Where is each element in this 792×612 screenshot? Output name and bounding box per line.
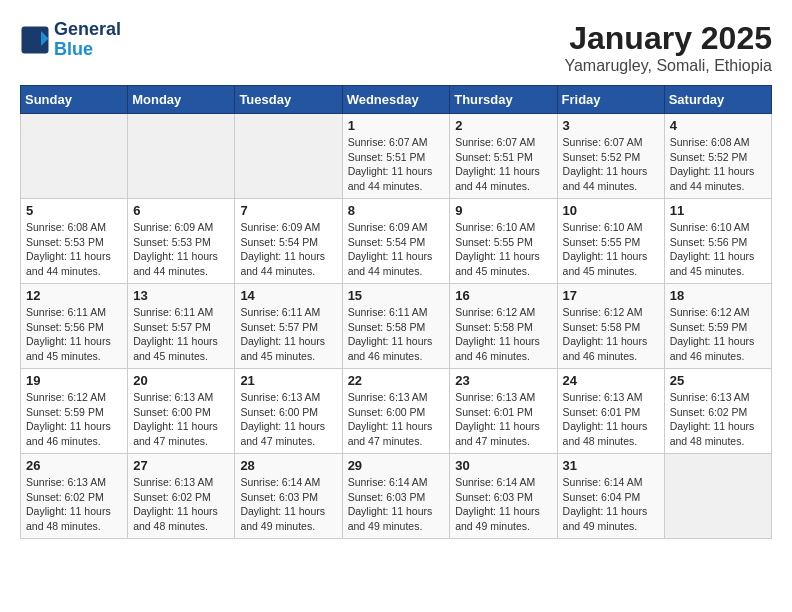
day-info: Sunrise: 6:14 AM Sunset: 6:04 PM Dayligh… xyxy=(563,475,659,534)
day-number: 1 xyxy=(348,118,445,133)
day-info: Sunrise: 6:13 AM Sunset: 6:00 PM Dayligh… xyxy=(240,390,336,449)
day-info: Sunrise: 6:11 AM Sunset: 5:56 PM Dayligh… xyxy=(26,305,122,364)
day-number: 15 xyxy=(348,288,445,303)
calendar-cell: 25Sunrise: 6:13 AM Sunset: 6:02 PM Dayli… xyxy=(664,369,771,454)
day-info: Sunrise: 6:13 AM Sunset: 6:02 PM Dayligh… xyxy=(670,390,766,449)
day-number: 12 xyxy=(26,288,122,303)
calendar-cell: 28Sunrise: 6:14 AM Sunset: 6:03 PM Dayli… xyxy=(235,454,342,539)
day-number: 21 xyxy=(240,373,336,388)
day-number: 29 xyxy=(348,458,445,473)
calendar-week-row: 5Sunrise: 6:08 AM Sunset: 5:53 PM Daylig… xyxy=(21,199,772,284)
day-info: Sunrise: 6:12 AM Sunset: 5:59 PM Dayligh… xyxy=(26,390,122,449)
calendar-cell: 30Sunrise: 6:14 AM Sunset: 6:03 PM Dayli… xyxy=(450,454,557,539)
calendar-cell: 27Sunrise: 6:13 AM Sunset: 6:02 PM Dayli… xyxy=(128,454,235,539)
day-info: Sunrise: 6:09 AM Sunset: 5:53 PM Dayligh… xyxy=(133,220,229,279)
day-number: 24 xyxy=(563,373,659,388)
day-info: Sunrise: 6:13 AM Sunset: 6:01 PM Dayligh… xyxy=(455,390,551,449)
calendar-header-row: SundayMondayTuesdayWednesdayThursdayFrid… xyxy=(21,86,772,114)
calendar-cell: 13Sunrise: 6:11 AM Sunset: 5:57 PM Dayli… xyxy=(128,284,235,369)
day-number: 17 xyxy=(563,288,659,303)
day-info: Sunrise: 6:09 AM Sunset: 5:54 PM Dayligh… xyxy=(240,220,336,279)
calendar-week-row: 1Sunrise: 6:07 AM Sunset: 5:51 PM Daylig… xyxy=(21,114,772,199)
calendar-cell: 31Sunrise: 6:14 AM Sunset: 6:04 PM Dayli… xyxy=(557,454,664,539)
page-header: General Blue January 2025 Yamarugley, So… xyxy=(20,20,772,75)
logo: General Blue xyxy=(20,20,121,60)
day-number: 10 xyxy=(563,203,659,218)
calendar-cell xyxy=(235,114,342,199)
calendar-subtitle: Yamarugley, Somali, Ethiopia xyxy=(564,57,772,75)
day-header: Thursday xyxy=(450,86,557,114)
calendar-cell: 1Sunrise: 6:07 AM Sunset: 5:51 PM Daylig… xyxy=(342,114,450,199)
calendar-cell: 23Sunrise: 6:13 AM Sunset: 6:01 PM Dayli… xyxy=(450,369,557,454)
day-info: Sunrise: 6:12 AM Sunset: 5:58 PM Dayligh… xyxy=(563,305,659,364)
logo-icon xyxy=(20,25,50,55)
day-info: Sunrise: 6:12 AM Sunset: 5:58 PM Dayligh… xyxy=(455,305,551,364)
day-number: 2 xyxy=(455,118,551,133)
calendar-cell: 8Sunrise: 6:09 AM Sunset: 5:54 PM Daylig… xyxy=(342,199,450,284)
day-info: Sunrise: 6:14 AM Sunset: 6:03 PM Dayligh… xyxy=(455,475,551,534)
day-info: Sunrise: 6:11 AM Sunset: 5:57 PM Dayligh… xyxy=(133,305,229,364)
day-info: Sunrise: 6:14 AM Sunset: 6:03 PM Dayligh… xyxy=(348,475,445,534)
day-info: Sunrise: 6:07 AM Sunset: 5:51 PM Dayligh… xyxy=(455,135,551,194)
day-header: Saturday xyxy=(664,86,771,114)
calendar-cell: 11Sunrise: 6:10 AM Sunset: 5:56 PM Dayli… xyxy=(664,199,771,284)
day-number: 6 xyxy=(133,203,229,218)
calendar-cell: 17Sunrise: 6:12 AM Sunset: 5:58 PM Dayli… xyxy=(557,284,664,369)
logo-text: General Blue xyxy=(54,20,121,60)
calendar-table: SundayMondayTuesdayWednesdayThursdayFrid… xyxy=(20,85,772,539)
calendar-cell xyxy=(664,454,771,539)
calendar-cell: 16Sunrise: 6:12 AM Sunset: 5:58 PM Dayli… xyxy=(450,284,557,369)
calendar-cell: 2Sunrise: 6:07 AM Sunset: 5:51 PM Daylig… xyxy=(450,114,557,199)
day-number: 8 xyxy=(348,203,445,218)
calendar-week-row: 12Sunrise: 6:11 AM Sunset: 5:56 PM Dayli… xyxy=(21,284,772,369)
day-number: 18 xyxy=(670,288,766,303)
title-block: January 2025 Yamarugley, Somali, Ethiopi… xyxy=(564,20,772,75)
calendar-body: 1Sunrise: 6:07 AM Sunset: 5:51 PM Daylig… xyxy=(21,114,772,539)
day-info: Sunrise: 6:11 AM Sunset: 5:57 PM Dayligh… xyxy=(240,305,336,364)
day-number: 25 xyxy=(670,373,766,388)
calendar-title: January 2025 xyxy=(564,20,772,57)
day-number: 4 xyxy=(670,118,766,133)
day-info: Sunrise: 6:13 AM Sunset: 6:02 PM Dayligh… xyxy=(133,475,229,534)
day-header: Tuesday xyxy=(235,86,342,114)
day-info: Sunrise: 6:10 AM Sunset: 5:55 PM Dayligh… xyxy=(563,220,659,279)
calendar-week-row: 26Sunrise: 6:13 AM Sunset: 6:02 PM Dayli… xyxy=(21,454,772,539)
day-info: Sunrise: 6:12 AM Sunset: 5:59 PM Dayligh… xyxy=(670,305,766,364)
day-info: Sunrise: 6:07 AM Sunset: 5:52 PM Dayligh… xyxy=(563,135,659,194)
calendar-cell: 29Sunrise: 6:14 AM Sunset: 6:03 PM Dayli… xyxy=(342,454,450,539)
day-header: Friday xyxy=(557,86,664,114)
day-info: Sunrise: 6:13 AM Sunset: 6:01 PM Dayligh… xyxy=(563,390,659,449)
day-number: 11 xyxy=(670,203,766,218)
day-number: 7 xyxy=(240,203,336,218)
day-info: Sunrise: 6:13 AM Sunset: 6:00 PM Dayligh… xyxy=(348,390,445,449)
day-info: Sunrise: 6:08 AM Sunset: 5:53 PM Dayligh… xyxy=(26,220,122,279)
day-number: 16 xyxy=(455,288,551,303)
calendar-cell: 15Sunrise: 6:11 AM Sunset: 5:58 PM Dayli… xyxy=(342,284,450,369)
calendar-cell: 10Sunrise: 6:10 AM Sunset: 5:55 PM Dayli… xyxy=(557,199,664,284)
day-info: Sunrise: 6:07 AM Sunset: 5:51 PM Dayligh… xyxy=(348,135,445,194)
day-info: Sunrise: 6:09 AM Sunset: 5:54 PM Dayligh… xyxy=(348,220,445,279)
day-number: 3 xyxy=(563,118,659,133)
day-number: 22 xyxy=(348,373,445,388)
day-number: 14 xyxy=(240,288,336,303)
calendar-cell: 22Sunrise: 6:13 AM Sunset: 6:00 PM Dayli… xyxy=(342,369,450,454)
calendar-cell: 4Sunrise: 6:08 AM Sunset: 5:52 PM Daylig… xyxy=(664,114,771,199)
day-info: Sunrise: 6:14 AM Sunset: 6:03 PM Dayligh… xyxy=(240,475,336,534)
day-number: 9 xyxy=(455,203,551,218)
calendar-cell: 9Sunrise: 6:10 AM Sunset: 5:55 PM Daylig… xyxy=(450,199,557,284)
calendar-cell: 6Sunrise: 6:09 AM Sunset: 5:53 PM Daylig… xyxy=(128,199,235,284)
day-number: 13 xyxy=(133,288,229,303)
calendar-cell: 12Sunrise: 6:11 AM Sunset: 5:56 PM Dayli… xyxy=(21,284,128,369)
calendar-cell: 5Sunrise: 6:08 AM Sunset: 5:53 PM Daylig… xyxy=(21,199,128,284)
calendar-cell: 3Sunrise: 6:07 AM Sunset: 5:52 PM Daylig… xyxy=(557,114,664,199)
day-info: Sunrise: 6:08 AM Sunset: 5:52 PM Dayligh… xyxy=(670,135,766,194)
day-info: Sunrise: 6:10 AM Sunset: 5:56 PM Dayligh… xyxy=(670,220,766,279)
calendar-cell: 20Sunrise: 6:13 AM Sunset: 6:00 PM Dayli… xyxy=(128,369,235,454)
calendar-cell xyxy=(21,114,128,199)
day-header: Sunday xyxy=(21,86,128,114)
calendar-cell: 7Sunrise: 6:09 AM Sunset: 5:54 PM Daylig… xyxy=(235,199,342,284)
calendar-cell: 26Sunrise: 6:13 AM Sunset: 6:02 PM Dayli… xyxy=(21,454,128,539)
calendar-cell: 18Sunrise: 6:12 AM Sunset: 5:59 PM Dayli… xyxy=(664,284,771,369)
day-number: 19 xyxy=(26,373,122,388)
day-info: Sunrise: 6:13 AM Sunset: 6:02 PM Dayligh… xyxy=(26,475,122,534)
